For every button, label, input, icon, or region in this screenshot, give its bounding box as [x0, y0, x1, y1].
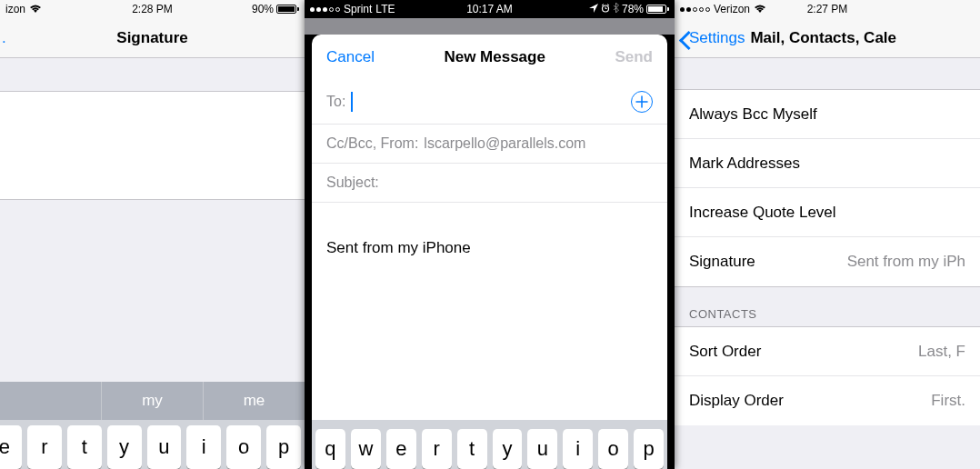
row-label: Mark Addresses: [689, 155, 800, 173]
from-value: lscarpello@parallels.com: [424, 135, 585, 152]
key[interactable]: p: [266, 425, 301, 469]
suggestion-key[interactable]: [0, 382, 102, 420]
signal-dots-icon: [680, 7, 710, 12]
battery-icon: [646, 5, 669, 14]
row-label: Sort Order: [689, 343, 761, 361]
row-label: Increase Quote Level: [689, 204, 836, 222]
row-display-order[interactable]: Display Order First.: [675, 376, 980, 425]
battery-icon: [276, 5, 299, 14]
text-cursor: [351, 92, 353, 112]
key[interactable]: w: [351, 429, 381, 469]
panel-mail-settings: Verizon 2:27 PM Settings Mail, Contacts,…: [675, 0, 980, 469]
key[interactable]: e: [386, 429, 416, 469]
row-signature[interactable]: Signature Sent from my iPh: [675, 237, 980, 286]
row-label: Always Bcc Myself: [689, 105, 817, 124]
panel-new-message: Sprint LTE 10:17 AM 78% Cancel New Messa…: [305, 0, 675, 469]
clock: 2:27 PM: [807, 3, 848, 15]
chevron-left-icon: [678, 32, 689, 50]
signal-dots-icon: [310, 7, 340, 12]
network-label: LTE: [375, 3, 395, 15]
key[interactable]: e: [0, 425, 22, 469]
ccbcc-label: Cc/Bcc, From:: [326, 135, 418, 152]
suggestion-key[interactable]: me: [204, 382, 305, 420]
key[interactable]: i: [563, 429, 593, 469]
status-bar: Verizon 2:27 PM: [675, 0, 980, 18]
message-body[interactable]: Sent from my iPhone: [312, 203, 667, 257]
key[interactable]: y: [493, 429, 523, 469]
key[interactable]: q: [315, 429, 345, 469]
cancel-button[interactable]: Cancel: [326, 48, 375, 66]
key[interactable]: y: [107, 425, 142, 469]
compose-sheet: Cancel New Message Send To: Cc/Bcc, From…: [312, 35, 667, 469]
section-header-contacts: CONTACTS: [675, 287, 980, 326]
row-always-bcc[interactable]: Always Bcc Myself: [675, 90, 980, 139]
keyboard: q w e r t y u i o p: [312, 420, 667, 469]
row-sort-order[interactable]: Sort Order Last, F: [675, 327, 980, 376]
status-bar: Sprint LTE 10:17 AM 78%: [305, 0, 675, 18]
compose-title: New Message: [444, 48, 545, 66]
keyboard: my me e r t y u i o p: [0, 382, 305, 469]
location-icon: [589, 3, 598, 15]
key[interactable]: o: [598, 429, 628, 469]
status-bar: izon 2:28 PM 90%: [0, 0, 305, 18]
compose-nav: Cancel New Message Send: [312, 35, 667, 80]
ccbcc-from-field[interactable]: Cc/Bcc, From: lscarpello@parallels.com: [312, 125, 667, 164]
carrier-label: Sprint: [344, 3, 372, 15]
bluetooth-icon: [613, 3, 619, 15]
key[interactable]: r: [27, 425, 62, 469]
send-button[interactable]: Send: [615, 48, 653, 66]
clock: 10:17 AM: [466, 3, 513, 15]
key[interactable]: u: [147, 425, 182, 469]
back-button[interactable]: Settings: [675, 29, 745, 47]
wifi-icon: [754, 5, 766, 14]
carrier-label: Verizon: [714, 3, 750, 15]
wifi-icon: [29, 5, 42, 14]
key[interactable]: o: [226, 425, 261, 469]
carrier-label: izon: [5, 3, 25, 15]
nav-bar: . Signature: [0, 18, 305, 58]
row-label: Display Order: [689, 392, 784, 410]
battery-percent: 78%: [622, 3, 644, 15]
contacts-list: Sort Order Last, F Display Order First.: [675, 326, 980, 425]
signature-text-editor[interactable]: [0, 91, 305, 200]
settings-list: Always Bcc Myself Mark Addresses Increas…: [675, 89, 980, 287]
row-mark-addresses[interactable]: Mark Addresses: [675, 139, 980, 188]
row-increase-quote[interactable]: Increase Quote Level: [675, 188, 980, 237]
keyboard-row: q w e r t y u i o p: [312, 420, 667, 469]
row-value: Sent from my iPh: [847, 253, 965, 271]
suggestion-key[interactable]: my: [102, 382, 204, 420]
nav-bar: Settings Mail, Contacts, Cale: [675, 18, 980, 58]
page-title: Signature: [0, 29, 305, 47]
key[interactable]: r: [422, 429, 452, 469]
subject-label: Subject:: [326, 175, 379, 191]
key[interactable]: t: [67, 425, 102, 469]
clock: 2:28 PM: [132, 3, 173, 15]
background-sheet: [305, 18, 675, 35]
to-label: To:: [326, 94, 345, 110]
to-field[interactable]: To:: [312, 80, 667, 125]
key[interactable]: t: [457, 429, 487, 469]
add-contact-button[interactable]: [631, 91, 653, 113]
subject-field[interactable]: Subject:: [312, 164, 667, 203]
panel-signature: izon 2:28 PM 90% . Signature my me e r t…: [0, 0, 305, 469]
row-value: Last, F: [918, 343, 965, 361]
key[interactable]: p: [634, 429, 664, 469]
keyboard-row: e r t y u i o p: [0, 420, 305, 469]
key[interactable]: u: [527, 429, 557, 469]
key[interactable]: i: [186, 425, 221, 469]
battery-percent: 90%: [252, 3, 274, 15]
page-title: Mail, Contacts, Cale: [750, 29, 896, 47]
row-label: Signature: [689, 253, 755, 271]
back-label: Settings: [689, 29, 745, 47]
row-value: First.: [931, 392, 965, 410]
alarm-icon: [601, 3, 610, 15]
keyboard-suggestions: my me: [0, 382, 305, 420]
